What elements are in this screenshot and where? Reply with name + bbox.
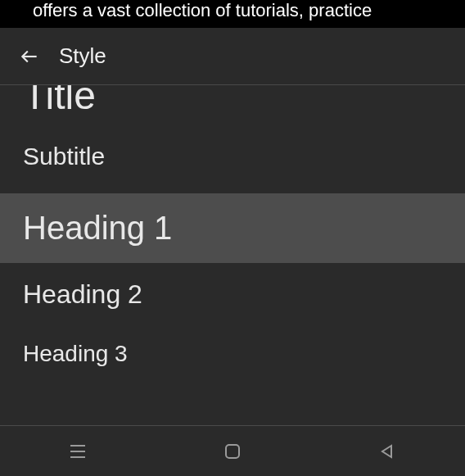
document-content-preview: offers a vast collection of tutorials, p… <box>0 0 465 28</box>
header-title: Style <box>59 43 106 69</box>
svg-marker-5 <box>382 446 391 457</box>
style-header: Style <box>0 28 465 85</box>
style-option-heading3[interactable]: Heading 3 <box>0 326 465 382</box>
style-option-subtitle[interactable]: Subtitle <box>0 120 465 193</box>
back-arrow-icon[interactable] <box>10 37 49 76</box>
style-option-title[interactable]: Title <box>0 85 465 120</box>
nav-home-icon[interactable] <box>200 432 265 471</box>
style-options-list[interactable]: Title Subtitle Heading 1 Heading 2 Headi… <box>0 85 465 425</box>
nav-recent-icon[interactable] <box>45 432 111 471</box>
svg-rect-4 <box>226 445 239 458</box>
style-option-heading1[interactable]: Heading 1 <box>0 193 465 263</box>
style-option-heading2[interactable]: Heading 2 <box>0 263 465 326</box>
nav-back-icon[interactable] <box>354 432 420 471</box>
system-navbar <box>0 425 465 476</box>
